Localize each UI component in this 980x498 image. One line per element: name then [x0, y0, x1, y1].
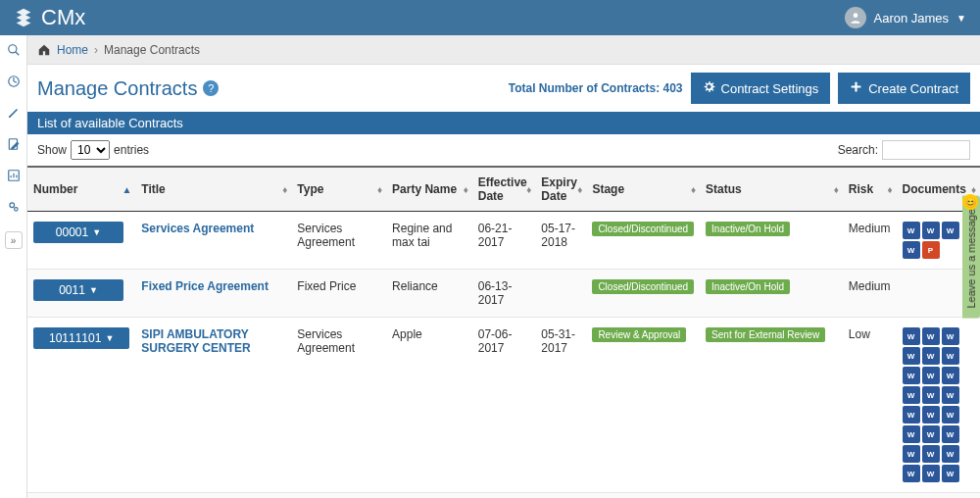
search-label: Search: — [838, 143, 878, 157]
contract-number-button[interactable]: 00001 ▼ — [33, 222, 123, 243]
word-file-icon[interactable]: W — [903, 347, 920, 365]
chevron-down-icon: ▼ — [956, 13, 966, 24]
contract-title-link[interactable]: SIPI AMBULATORY SURGERY CENTER — [141, 327, 250, 355]
col-party[interactable]: Party Name♦ — [386, 167, 472, 212]
col-number[interactable]: Number▲ — [27, 167, 135, 212]
pencil-icon[interactable] — [7, 106, 21, 120]
word-file-icon[interactable]: W — [903, 327, 920, 345]
entries-label: entries — [114, 143, 149, 157]
chevron-down-icon: ▼ — [105, 333, 114, 343]
word-file-icon[interactable]: W — [942, 465, 959, 482]
party-cell: Apple — [386, 493, 472, 499]
status-badge: Inactive/On Hold — [706, 279, 790, 294]
word-file-icon[interactable]: W — [903, 367, 920, 384]
word-file-icon[interactable]: W — [903, 386, 920, 404]
party-cell: Apple — [386, 318, 472, 493]
page-actions: Total Number of Contracts: 403 Contract … — [509, 73, 970, 104]
contract-settings-button[interactable]: Contract Settings — [691, 73, 831, 104]
word-file-icon[interactable]: W — [922, 425, 940, 443]
gears-icon[interactable] — [7, 200, 21, 214]
type-cell: Fixed Price — [291, 270, 386, 318]
avatar-icon — [845, 7, 866, 28]
word-file-icon[interactable]: W — [942, 222, 959, 239]
expiry-date-cell: 05-01-2016 — [535, 493, 586, 499]
home-icon[interactable] — [37, 43, 51, 57]
sort-icon: ♦ — [887, 184, 892, 195]
col-expiry-date[interactable]: Expiry Date♦ — [535, 167, 586, 212]
contract-title-link[interactable]: Services Agreement — [141, 222, 254, 235]
word-file-icon[interactable]: W — [903, 445, 920, 463]
breadcrumb-separator: › — [94, 43, 98, 57]
type-cell: Services Agreement — [291, 318, 386, 493]
type-cell: Cost Reimbursement — [291, 493, 386, 499]
chart-icon[interactable] — [7, 169, 21, 182]
logo-icon — [14, 7, 35, 28]
expand-sidebar-button[interactable]: » — [5, 231, 23, 249]
entries-select[interactable]: 10 — [71, 140, 110, 160]
word-file-icon[interactable]: W — [903, 241, 920, 259]
contract-number-button[interactable]: 10111101 ▼ — [33, 327, 129, 349]
word-file-icon[interactable]: W — [922, 347, 940, 365]
sidebar: » — [0, 35, 27, 498]
svg-point-0 — [853, 13, 858, 18]
search-control: Search: — [838, 140, 970, 160]
search-input[interactable] — [882, 140, 970, 160]
sort-asc-icon: ▲ — [122, 184, 131, 195]
risk-cell: Medium — [843, 212, 897, 270]
feedback-tab[interactable]: Leave us a message! — [962, 196, 980, 319]
word-file-icon[interactable]: W — [942, 425, 959, 443]
effective-date-cell: 07-06-2017 — [472, 318, 536, 493]
page-title: Manage Contracts ? — [37, 77, 219, 100]
word-file-icon[interactable]: W — [922, 465, 940, 482]
col-type[interactable]: Type♦ — [291, 167, 386, 212]
party-cell: Regine and max tai — [386, 212, 472, 270]
breadcrumb-home-link[interactable]: Home — [57, 43, 88, 57]
expiry-date-cell: 05-31-2017 — [535, 318, 586, 493]
user-menu[interactable]: Aaron James ▼ — [845, 7, 967, 28]
page-header: Manage Contracts ? Total Number of Contr… — [27, 65, 980, 112]
pdf-file-icon[interactable]: P — [922, 241, 940, 259]
col-status[interactable]: Status♦ — [700, 167, 843, 212]
breadcrumb-current: Manage Contracts — [104, 43, 200, 57]
logo[interactable]: CMx — [14, 5, 85, 30]
contract-number-button[interactable]: 0011 ▼ — [33, 279, 123, 301]
word-file-icon[interactable]: W — [942, 406, 959, 423]
word-file-icon[interactable]: W — [922, 327, 940, 345]
stage-badge: Closed/Discontinued — [592, 279, 694, 294]
logo-text: CMx — [41, 5, 85, 30]
word-file-icon[interactable]: W — [922, 445, 940, 463]
risk-cell: Medium — [843, 270, 897, 318]
svg-point-6 — [9, 203, 14, 208]
word-file-icon[interactable]: W — [922, 222, 940, 239]
col-title[interactable]: Title♦ — [135, 167, 291, 212]
table-row: 00001 ▼Services AgreementServices Agreem… — [27, 212, 980, 270]
col-effective-date[interactable]: Effective Date♦ — [472, 167, 536, 212]
stage-badge: Closed/Discontinued — [592, 222, 694, 236]
word-file-icon[interactable]: W — [903, 222, 920, 239]
status-badge: Sent for External Review — [706, 327, 825, 342]
word-file-icon[interactable]: W — [922, 367, 940, 384]
risk-cell: Medium — [843, 493, 897, 499]
help-icon[interactable]: ? — [203, 80, 219, 96]
expiry-date-cell — [535, 270, 586, 318]
sort-icon: ♦ — [971, 184, 976, 195]
feedback-emoji-icon[interactable]: 😊 — [962, 194, 978, 210]
word-file-icon[interactable]: W — [922, 406, 940, 423]
effective-date-cell: 07-05-2017 — [472, 493, 536, 499]
word-file-icon[interactable]: W — [903, 425, 920, 443]
word-file-icon[interactable]: W — [942, 445, 959, 463]
word-file-icon[interactable]: W — [942, 386, 959, 404]
col-risk[interactable]: Risk♦ — [843, 167, 897, 212]
word-file-icon[interactable]: W — [903, 465, 920, 482]
word-file-icon[interactable]: W — [942, 347, 959, 365]
word-file-icon[interactable]: W — [903, 406, 920, 423]
edit-document-icon[interactable] — [7, 137, 21, 151]
word-file-icon[interactable]: W — [942, 367, 959, 384]
contract-title-link[interactable]: Fixed Price Agreement — [141, 279, 269, 293]
col-stage[interactable]: Stage♦ — [586, 167, 700, 212]
search-icon[interactable] — [7, 43, 21, 57]
word-file-icon[interactable]: W — [942, 327, 959, 345]
create-contract-button[interactable]: Create Contract — [838, 73, 970, 104]
dashboard-icon[interactable] — [7, 75, 21, 88]
word-file-icon[interactable]: W — [922, 386, 940, 404]
